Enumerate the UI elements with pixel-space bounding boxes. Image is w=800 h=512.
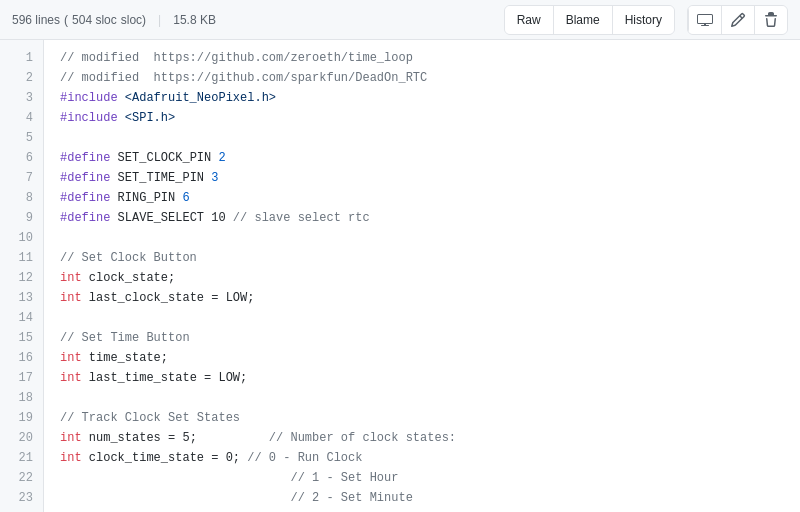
code-line: // Set Clock Button <box>60 248 784 268</box>
line-numbers-column: 1234567891011121314151617181920212223242… <box>0 40 44 512</box>
keyword-token: int <box>60 451 82 465</box>
line-number: 22 <box>0 468 43 488</box>
code-line: int last_clock_state = LOW; <box>60 288 784 308</box>
line-number: 13 <box>0 288 43 308</box>
raw-button[interactable]: Raw <box>505 6 554 34</box>
line-count: 596 lines ( 504 sloc sloc) <box>12 13 146 27</box>
number-token: 2 <box>218 151 225 165</box>
line-number: 15 <box>0 328 43 348</box>
comment-token: // modified https://github.com/zeroeth/t… <box>60 51 413 65</box>
line-number: 16 <box>0 348 43 368</box>
plain-token: clock_time_state = 0; <box>82 451 248 465</box>
plain-token <box>118 91 125 105</box>
line-number: 19 <box>0 408 43 428</box>
line-number: 10 <box>0 228 43 248</box>
string-token: <Adafruit_NeoPixel.h> <box>125 91 276 105</box>
comment-token: // modified https://github.com/sparkfun/… <box>60 71 427 85</box>
comment-token: // Set Clock Button <box>60 251 197 265</box>
trash-icon <box>763 12 779 28</box>
toolbar: Raw Blame History <box>504 5 788 35</box>
plain-token: SET_CLOCK_PIN <box>110 151 218 165</box>
line-number: 11 <box>0 248 43 268</box>
code-line: int clock_time_state = 0; // 0 - Run Clo… <box>60 448 784 468</box>
desktop-icon <box>697 12 713 28</box>
code-viewer: 1234567891011121314151617181920212223242… <box>0 40 800 512</box>
code-line <box>60 128 784 148</box>
action-buttons: Raw Blame History <box>504 5 675 35</box>
code-line: // 2 - Set Minute <box>60 488 784 508</box>
plain-token: SET_TIME_PIN <box>110 171 211 185</box>
pencil-icon <box>730 12 746 28</box>
string-token: <SPI.h> <box>125 111 175 125</box>
line-number: 9 <box>0 208 43 228</box>
code-line: // 3 - Set Second <box>60 508 784 512</box>
edit-icon-button[interactable] <box>721 6 754 34</box>
plain-token <box>118 111 125 125</box>
line-number: 3 <box>0 88 43 108</box>
line-number: 6 <box>0 148 43 168</box>
comment-token: // 0 - Run Clock <box>247 451 362 465</box>
code-line <box>60 228 784 248</box>
code-line: #include <SPI.h> <box>60 108 784 128</box>
code-line: // modified https://github.com/zeroeth/t… <box>60 48 784 68</box>
comment-token: // slave select rtc <box>233 211 370 225</box>
code-line: // Set Time Button <box>60 328 784 348</box>
line-number: 20 <box>0 428 43 448</box>
keyword-token: int <box>60 291 82 305</box>
code-line: int num_states = 5; // Number of clock s… <box>60 428 784 448</box>
plain-token: last_time_state = LOW; <box>82 371 248 385</box>
code-line <box>60 388 784 408</box>
plain-token: SLAVE_SELECT 10 <box>110 211 232 225</box>
line-number: 18 <box>0 388 43 408</box>
preprocessor-token: #define <box>60 151 110 165</box>
line-number: 23 <box>0 488 43 508</box>
code-content: // modified https://github.com/zeroeth/t… <box>44 40 800 512</box>
line-number: 4 <box>0 108 43 128</box>
line-number: 2 <box>0 68 43 88</box>
line-number: 21 <box>0 448 43 468</box>
line-number: 8 <box>0 188 43 208</box>
preprocessor-token: #define <box>60 191 110 205</box>
preprocessor-token: #define <box>60 171 110 185</box>
code-line: #define RING_PIN 6 <box>60 188 784 208</box>
keyword-token: int <box>60 351 82 365</box>
preprocessor-token: #include <box>60 111 118 125</box>
number-token: 3 <box>211 171 218 185</box>
top-bar: 596 lines ( 504 sloc sloc) | 15.8 KB Raw… <box>0 0 800 40</box>
plain-token: num_states = 5; <box>82 431 269 445</box>
line-number: 5 <box>0 128 43 148</box>
comment-token: // Set Time Button <box>60 331 190 345</box>
plain-token: last_clock_state = LOW; <box>82 291 255 305</box>
number-token: 6 <box>182 191 189 205</box>
history-button[interactable]: History <box>613 6 674 34</box>
keyword-token: int <box>60 431 82 445</box>
code-line: int time_state; <box>60 348 784 368</box>
desktop-icon-button[interactable] <box>688 6 721 34</box>
comment-token: // 1 - Set Hour <box>290 471 398 485</box>
code-line: // modified https://github.com/sparkfun/… <box>60 68 784 88</box>
file-separator: | <box>158 13 161 27</box>
keyword-token: int <box>60 371 82 385</box>
line-number: 7 <box>0 168 43 188</box>
plain-token <box>60 491 290 505</box>
comment-token: // Track Clock Set States <box>60 411 240 425</box>
code-line <box>60 308 784 328</box>
plain-token: RING_PIN <box>110 191 182 205</box>
code-line: #define SET_CLOCK_PIN 2 <box>60 148 784 168</box>
code-line: #define SLAVE_SELECT 10 // slave select … <box>60 208 784 228</box>
code-line: #define SET_TIME_PIN 3 <box>60 168 784 188</box>
plain-token: clock_state; <box>82 271 176 285</box>
delete-icon-button[interactable] <box>754 6 787 34</box>
preprocessor-token: #include <box>60 91 118 105</box>
blame-button[interactable]: Blame <box>554 6 613 34</box>
keyword-token: int <box>60 271 82 285</box>
comment-token: // 2 - Set Minute <box>290 491 412 505</box>
code-line: #include <Adafruit_NeoPixel.h> <box>60 88 784 108</box>
plain-token: time_state; <box>82 351 168 365</box>
code-line: int last_time_state = LOW; <box>60 368 784 388</box>
line-number: 12 <box>0 268 43 288</box>
icon-buttons <box>687 5 788 35</box>
file-size: 15.8 KB <box>173 13 216 27</box>
line-number: 14 <box>0 308 43 328</box>
preprocessor-token: #define <box>60 211 110 225</box>
